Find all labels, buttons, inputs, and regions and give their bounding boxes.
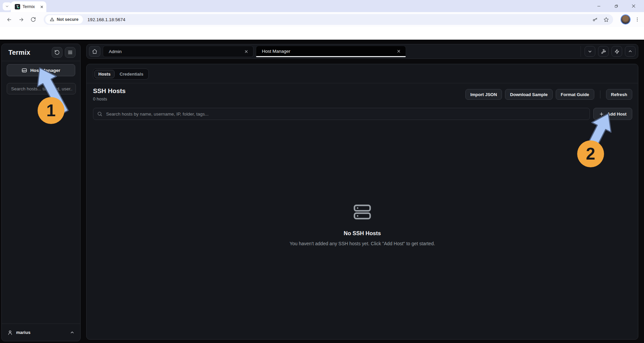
reload-icon	[31, 17, 36, 22]
quick-actions-button[interactable]	[611, 46, 622, 57]
download-sample-button[interactable]: Download Sample	[505, 89, 553, 100]
kebab-menu-icon[interactable]	[635, 17, 640, 22]
window-controls	[594, 0, 644, 12]
host-count-label: 0 hosts	[93, 96, 126, 101]
not-secure-label: Not secure	[57, 17, 79, 22]
host-manager-panel: Hosts Credentials SSH Hosts 0 hosts Impo…	[86, 64, 638, 340]
sidebar-divider	[2, 61, 80, 61]
server-icon	[21, 68, 27, 73]
tabbar-tools	[581, 46, 636, 57]
refresh-button[interactable]: Refresh	[606, 89, 632, 100]
actions-divider	[600, 90, 600, 98]
browser-frame: T Termix	[0, 0, 644, 12]
username-label: marius	[16, 330, 70, 335]
hosts-search-input[interactable]	[93, 108, 590, 120]
segment-credentials[interactable]: Credentials	[116, 70, 147, 78]
close-window-button[interactable]	[629, 1, 639, 11]
key-icon[interactable]	[592, 17, 598, 23]
reload-button[interactable]	[28, 14, 38, 25]
back-arrow-icon	[6, 17, 12, 23]
minimize-button[interactable]	[594, 1, 604, 11]
reset-button[interactable]	[52, 47, 62, 58]
workspace-tab-host-manager[interactable]: Host Manager	[256, 46, 406, 57]
plus-icon	[599, 112, 604, 117]
forward-arrow-icon	[18, 17, 24, 23]
user-icon	[7, 330, 13, 335]
add-host-button[interactable]: Add Host	[593, 108, 632, 120]
tools-button[interactable]	[598, 46, 609, 57]
not-secure-chip[interactable]: Not secure	[45, 15, 83, 24]
chevron-down-icon	[588, 49, 592, 54]
hosts-credentials-segment: Hosts Credentials	[93, 69, 149, 80]
add-host-label: Add Host	[607, 112, 627, 117]
browser-toolbar: Not secure 192.168.1.18:5674	[0, 12, 644, 27]
chevron-up-icon	[628, 49, 633, 54]
empty-state: No SSH Hosts You haven't added any SSH h…	[87, 203, 638, 246]
bookmarks-bar	[0, 27, 644, 40]
host-manager-button[interactable]: Host Manager	[7, 64, 75, 76]
sidebar-search-input[interactable]	[7, 83, 76, 94]
user-menu-row[interactable]: marius	[2, 324, 80, 341]
page-heading: SSH Hosts 0 hosts	[93, 87, 126, 101]
close-icon[interactable]	[244, 49, 248, 54]
collapse-up-button[interactable]	[625, 46, 636, 57]
sidebar-menu-button[interactable]	[65, 47, 76, 58]
empty-state-description: You haven't added any SSH hosts yet. Cli…	[87, 241, 638, 246]
url-text[interactable]: 192.168.1.18:5674	[88, 17, 592, 22]
browser-tab-termix[interactable]: T Termix	[11, 1, 46, 12]
close-icon[interactable]	[397, 49, 401, 53]
tab-label: Host Manager	[262, 49, 393, 54]
home-button[interactable]	[89, 46, 100, 57]
termix-favicon: T	[15, 4, 20, 9]
server-stack-icon	[353, 203, 372, 221]
workspace-tabbar: Admin Host Manager	[86, 44, 638, 59]
app-title: Termix	[8, 49, 49, 56]
import-json-button[interactable]: Import JSON	[465, 89, 502, 100]
star-icon[interactable]	[603, 17, 609, 23]
browser-profile-avatar[interactable]	[621, 15, 630, 24]
sidebar: Termix Host Manager	[1, 44, 81, 341]
address-bar[interactable]: Not secure 192.168.1.18:5674	[44, 14, 613, 25]
home-icon	[92, 49, 97, 54]
rotate-ccw-icon	[54, 50, 60, 55]
collapse-down-button[interactable]	[585, 46, 595, 57]
segment-hosts[interactable]: Hosts	[94, 70, 114, 78]
tab-close-icon[interactable]	[40, 5, 44, 9]
warning-triangle-icon	[50, 17, 54, 22]
back-button[interactable]	[4, 14, 14, 25]
browser-tab-title: Termix	[22, 4, 38, 9]
workspace-tab-admin[interactable]: Admin	[103, 46, 254, 57]
hamburger-menu-icon	[67, 50, 73, 55]
search-icon	[97, 111, 102, 117]
page-title: SSH Hosts	[93, 87, 126, 95]
chevron-down-icon	[5, 4, 9, 8]
restore-button[interactable]	[611, 1, 621, 11]
empty-state-title: No SSH Hosts	[87, 230, 638, 237]
tab-label: Admin	[109, 49, 241, 54]
chevron-up-icon	[70, 330, 75, 335]
hammer-icon	[601, 49, 606, 54]
format-guide-button[interactable]: Format Guide	[556, 89, 594, 100]
termix-app: Termix Host Manager	[0, 40, 644, 343]
host-manager-label: Host Manager	[30, 68, 60, 73]
tab-list-dropdown-button[interactable]	[3, 2, 11, 10]
zap-icon	[614, 49, 619, 54]
forward-button[interactable]	[16, 14, 26, 25]
